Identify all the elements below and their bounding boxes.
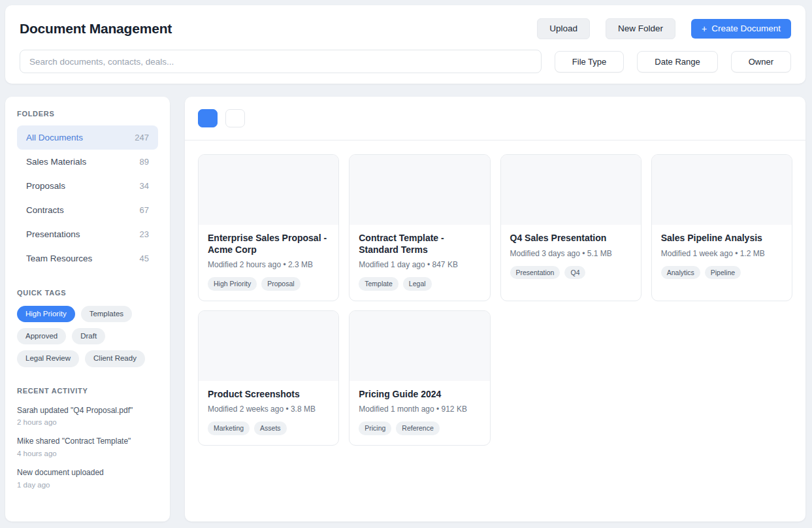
new-folder-button[interactable]: New Folder — [606, 18, 675, 39]
folder-count: 67 — [140, 205, 149, 215]
folder-label: Proposals — [26, 181, 65, 191]
document-tag-assets[interactable]: Assets — [254, 421, 287, 435]
filter-date-range-button[interactable]: Date Range — [637, 51, 717, 73]
sidebar-item-all-documents[interactable]: All Documents247 — [17, 125, 158, 150]
sidebar-item-sales-materials[interactable]: Sales Materials89 — [17, 150, 158, 174]
plus-icon: + — [702, 24, 707, 33]
activity-time: 2 hours ago — [17, 418, 158, 426]
document-card[interactable]: Q4 Sales PresentationModified 3 days ago… — [500, 154, 641, 301]
activity-text: New document uploaded — [17, 467, 158, 478]
filter-owner-button[interactable]: Owner — [731, 51, 791, 73]
sidebar-item-presentations[interactable]: Presentations23 — [17, 222, 158, 246]
folder-label: Team Resources — [26, 254, 92, 263]
document-card-body: Q4 Sales PresentationModified 3 days ago… — [501, 225, 641, 289]
folder-label: All Documents — [26, 133, 83, 142]
activity-item: Mike shared "Contract Template"4 hours a… — [17, 436, 158, 457]
activity-text: Mike shared "Contract Template" — [17, 436, 158, 447]
quick-tag-client-ready[interactable]: Client Ready — [85, 350, 145, 367]
folder-count: 247 — [135, 133, 149, 142]
quick-tag-high-priority[interactable]: High Priority — [17, 306, 75, 322]
upload-button[interactable]: Upload — [537, 18, 590, 39]
document-tag-marketing[interactable]: Marketing — [208, 421, 250, 435]
grid-view-button[interactable] — [198, 109, 218, 127]
page-title: Document Management — [20, 21, 172, 37]
quick-tag-approved[interactable]: Approved — [17, 328, 66, 344]
document-thumbnail — [349, 311, 489, 381]
document-tags: High PriorityProposal — [208, 277, 329, 291]
document-card-body: Pricing Guide 2024Modified 1 month ago •… — [349, 381, 489, 445]
activity-text: Sarah updated "Q4 Proposal.pdf" — [17, 405, 158, 416]
sidebar-item-contracts[interactable]: Contracts67 — [17, 198, 158, 222]
folder-label: Sales Materials — [26, 157, 86, 167]
document-card[interactable]: Sales Pipeline AnalysisModified 1 week a… — [651, 154, 792, 301]
quick-tag-draft[interactable]: Draft — [72, 328, 105, 344]
create-document-label: Create Document — [711, 24, 781, 34]
list-view-button[interactable] — [225, 109, 245, 127]
folder-count: 45 — [140, 254, 149, 263]
header: Document Management Upload New Folder + … — [5, 5, 805, 84]
document-tags: PresentationQ4 — [510, 266, 632, 280]
document-tags: PricingReference — [359, 421, 480, 435]
document-tag-pricing[interactable]: Pricing — [359, 421, 391, 435]
document-card[interactable]: Enterprise Sales Proposal - Acme CorpMod… — [198, 154, 339, 301]
document-meta: Modified 1 day ago • 847 KB — [359, 260, 480, 269]
sidebar: FOLDERS All Documents247Sales Materials8… — [5, 97, 170, 521]
folders-heading: FOLDERS — [17, 110, 158, 118]
document-tags: AnalyticsPipeline — [661, 266, 783, 280]
document-tag-legal[interactable]: Legal — [403, 277, 432, 291]
document-card-body: Sales Pipeline AnalysisModified 1 week a… — [652, 225, 792, 289]
folder-count: 34 — [140, 181, 149, 191]
sidebar-item-team-resources[interactable]: Team Resources45 — [17, 246, 158, 271]
document-title: Product Screenshots — [208, 389, 329, 401]
quick-tag-templates[interactable]: Templates — [81, 306, 132, 322]
filter-file-type-button[interactable]: File Type — [555, 51, 625, 73]
document-thumbnail — [199, 155, 338, 225]
document-thumbnail — [652, 155, 792, 225]
document-tags: MarketingAssets — [208, 421, 329, 435]
create-document-button[interactable]: + Create Document — [691, 19, 791, 39]
document-meta: Modified 3 days ago • 5.1 MB — [510, 249, 632, 258]
document-tag-high-priority[interactable]: High Priority — [208, 277, 257, 291]
document-thumbnail — [199, 311, 338, 381]
main-panel: Enterprise Sales Proposal - Acme CorpMod… — [185, 97, 805, 521]
document-meta: Modified 2 weeks ago • 3.8 MB — [208, 404, 329, 414]
filter-group: File TypeDate RangeOwner — [555, 51, 791, 73]
activity-time: 4 hours ago — [17, 450, 158, 457]
activity-time: 1 day ago — [17, 481, 158, 489]
activity-item: Sarah updated "Q4 Proposal.pdf"2 hours a… — [17, 405, 158, 427]
folder-list: All Documents247Sales Materials89Proposa… — [17, 125, 158, 271]
document-tag-reference[interactable]: Reference — [396, 421, 439, 435]
document-title: Enterprise Sales Proposal - Acme Corp — [208, 233, 329, 256]
document-card[interactable]: Pricing Guide 2024Modified 1 month ago •… — [349, 310, 490, 446]
document-card-body: Enterprise Sales Proposal - Acme CorpMod… — [199, 225, 338, 301]
recent-activity-list: Sarah updated "Q4 Proposal.pdf"2 hours a… — [17, 405, 158, 489]
document-title: Sales Pipeline Analysis — [661, 233, 783, 244]
document-thumbnail — [349, 155, 489, 225]
document-tag-analytics[interactable]: Analytics — [661, 266, 700, 280]
header-actions: Upload New Folder + Create Document — [537, 18, 791, 39]
folder-label: Presentations — [26, 229, 80, 239]
quick-tag-legal-review[interactable]: Legal Review — [17, 350, 79, 367]
document-meta: Modified 1 month ago • 912 KB — [359, 404, 480, 414]
document-thumbnail — [501, 155, 641, 225]
document-tag-presentation[interactable]: Presentation — [510, 266, 560, 280]
document-meta: Modified 1 week ago • 1.2 MB — [661, 249, 783, 258]
document-tag-pipeline[interactable]: Pipeline — [705, 266, 741, 280]
document-title: Q4 Sales Presentation — [510, 233, 632, 244]
recent-activity-heading: RECENT ACTIVITY — [17, 387, 158, 395]
document-grid: Enterprise Sales Proposal - Acme CorpMod… — [185, 140, 805, 459]
quick-tags-heading: QUICK TAGS — [17, 289, 158, 297]
document-title: Pricing Guide 2024 — [359, 389, 480, 401]
document-tag-proposal[interactable]: Proposal — [261, 277, 300, 291]
document-title: Contract Template - Standard Terms — [359, 233, 480, 256]
sidebar-item-proposals[interactable]: Proposals34 — [17, 174, 158, 198]
search-input[interactable] — [20, 50, 542, 73]
document-card-body: Contract Template - Standard TermsModifi… — [349, 225, 489, 301]
document-tag-template[interactable]: Template — [359, 277, 398, 291]
document-card[interactable]: Contract Template - Standard TermsModifi… — [349, 154, 490, 301]
document-card-body: Product ScreenshotsModified 2 weeks ago … — [199, 381, 338, 445]
document-card[interactable]: Product ScreenshotsModified 2 weeks ago … — [198, 310, 339, 446]
document-tag-q4[interactable]: Q4 — [564, 266, 585, 280]
view-toggle — [185, 97, 805, 140]
folder-count: 89 — [140, 157, 149, 167]
